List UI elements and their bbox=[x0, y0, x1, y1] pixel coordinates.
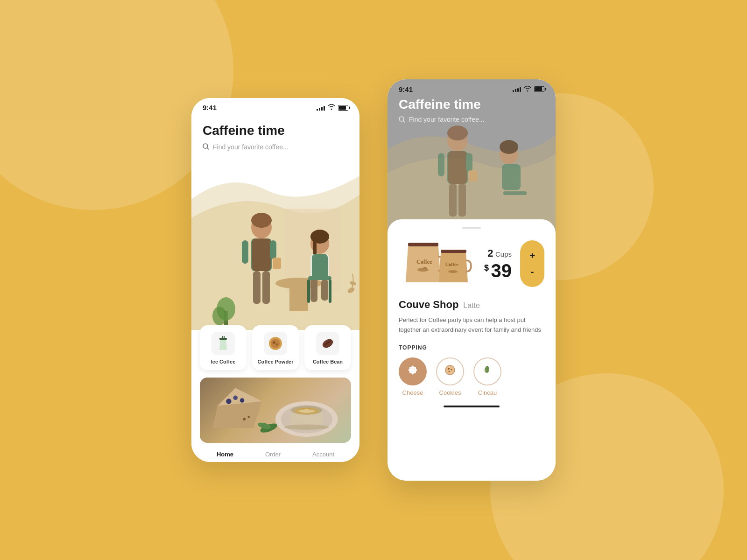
svg-rect-22 bbox=[307, 280, 310, 303]
featured-image-inner bbox=[200, 378, 351, 443]
topping-cincau[interactable]: Cincau bbox=[473, 357, 501, 396]
search-bar[interactable]: Find your favorite coffee... bbox=[203, 143, 348, 151]
svg-point-36 bbox=[276, 343, 278, 345]
status-time: 9:41 bbox=[203, 104, 217, 112]
svg-point-75 bbox=[448, 368, 450, 370]
svg-rect-12 bbox=[270, 240, 276, 259]
topping-cheese-circle[interactable] bbox=[399, 357, 427, 385]
svg-point-34 bbox=[271, 339, 280, 348]
app-title: Caffeine time bbox=[203, 123, 348, 139]
svg-rect-65 bbox=[502, 164, 521, 190]
bottom-nav: Home Order Account bbox=[191, 443, 359, 462]
status-time-2: 9:41 bbox=[399, 85, 413, 93]
hero-section: Caffeine time Find your favorite coffee.… bbox=[191, 115, 359, 330]
coffee-powder-label: Coffee Powder bbox=[257, 359, 293, 364]
phone-detail: 9:41 bbox=[388, 79, 556, 481]
quantity-control[interactable]: + - bbox=[520, 240, 544, 287]
topping-cincau-circle[interactable] bbox=[473, 357, 501, 385]
phone2-illustration bbox=[388, 107, 556, 238]
quantity-plus-button[interactable]: + bbox=[529, 251, 535, 260]
svg-point-44 bbox=[284, 424, 329, 429]
svg-rect-70 bbox=[441, 250, 466, 253]
svg-rect-67 bbox=[408, 243, 438, 246]
sheet-handle bbox=[462, 227, 481, 229]
svg-rect-4 bbox=[289, 283, 308, 311]
svg-point-46 bbox=[233, 396, 238, 400]
svg-point-35 bbox=[273, 341, 275, 344]
svg-line-1 bbox=[207, 148, 209, 149]
svg-rect-11 bbox=[242, 240, 248, 264]
cups-label: Cups bbox=[495, 250, 512, 258]
product-type: Latte bbox=[463, 301, 480, 310]
svg-rect-10 bbox=[262, 271, 270, 304]
product-price: 39 bbox=[491, 260, 512, 281]
svg-rect-9 bbox=[253, 271, 261, 304]
svg-point-6 bbox=[251, 213, 272, 228]
topping-cookies[interactable]: Cookies bbox=[436, 357, 464, 396]
search-icon-2 bbox=[399, 116, 405, 123]
phones-container: 9:41 bbox=[191, 79, 556, 481]
coffee-powder-icon bbox=[264, 332, 287, 355]
status-bar: 9:41 bbox=[191, 98, 359, 115]
quantity-minus-button[interactable]: - bbox=[531, 267, 534, 276]
svg-line-53 bbox=[403, 121, 405, 122]
status-bar-2: 9:41 bbox=[388, 79, 556, 97]
category-coffee-bean[interactable]: Coffee Bean bbox=[304, 325, 351, 370]
shop-name: Couve Shop bbox=[399, 299, 458, 311]
topping-cheese[interactable]: Cheese bbox=[399, 357, 427, 396]
svg-rect-60 bbox=[438, 153, 444, 176]
search-placeholder-2: Find your favorite coffee... bbox=[409, 116, 485, 123]
topping-cookies-circle[interactable] bbox=[436, 357, 464, 385]
ice-coffee-label: Ice Coffee bbox=[211, 359, 236, 364]
cheese-icon bbox=[406, 364, 419, 379]
wifi-icon bbox=[328, 104, 335, 111]
topping-cheese-label: Cheese bbox=[402, 389, 423, 396]
svg-rect-30 bbox=[219, 338, 227, 340]
signal-icon-2 bbox=[513, 86, 521, 92]
signal-icon bbox=[317, 105, 325, 111]
nav-home-label: Home bbox=[217, 451, 233, 458]
svg-rect-23 bbox=[329, 280, 331, 303]
hero-text: Caffeine time Find your favorite coffee.… bbox=[191, 115, 359, 151]
svg-point-27 bbox=[347, 287, 356, 294]
coffee-bean-icon bbox=[316, 332, 339, 355]
nav-order[interactable]: Order bbox=[258, 451, 288, 458]
shop-name-row: Couve Shop Latte bbox=[399, 299, 544, 311]
topping-cincau-label: Cincau bbox=[478, 389, 497, 396]
svg-text:Coffee: Coffee bbox=[445, 262, 458, 267]
svg-point-51 bbox=[247, 416, 250, 418]
svg-text:Coffee: Coffee bbox=[416, 259, 432, 265]
search-placeholder: Find your favorite coffee... bbox=[213, 143, 289, 151]
svg-point-26 bbox=[212, 307, 226, 325]
svg-rect-57 bbox=[448, 151, 467, 184]
coffee-cups: Coffee Coffee bbox=[399, 238, 473, 289]
svg-rect-62 bbox=[469, 170, 477, 182]
svg-rect-58 bbox=[449, 184, 457, 217]
nav-account[interactable]: Account bbox=[305, 451, 342, 458]
phone2-search[interactable]: Find your favorite coffee... bbox=[399, 116, 544, 123]
phone2-title: Caffeine time bbox=[399, 97, 544, 112]
nav-home[interactable]: Home bbox=[209, 451, 241, 458]
svg-rect-59 bbox=[458, 184, 466, 217]
bottom-indicator bbox=[444, 406, 500, 407]
svg-rect-21 bbox=[308, 276, 331, 280]
featured-image bbox=[200, 378, 351, 443]
svg-rect-19 bbox=[310, 279, 317, 302]
phone-home: 9:41 bbox=[191, 98, 359, 462]
topping-title: TOPPING bbox=[399, 344, 544, 351]
nav-order-label: Order bbox=[265, 451, 281, 458]
price-symbol: $ bbox=[484, 261, 489, 273]
toppings-row: Cheese bbox=[399, 357, 544, 396]
svg-point-47 bbox=[240, 398, 245, 403]
categories: Ice Coffee Coffee Powder bbox=[191, 325, 359, 370]
cups-count: 2 bbox=[487, 247, 493, 259]
status-icons-2 bbox=[513, 85, 544, 93]
topping-cookies-label: Cookies bbox=[439, 389, 461, 396]
svg-point-64 bbox=[500, 140, 518, 154]
topping-section: TOPPING Ch bbox=[399, 344, 544, 396]
svg-point-50 bbox=[243, 418, 246, 420]
svg-rect-8 bbox=[252, 238, 271, 271]
status-icons bbox=[317, 104, 348, 111]
category-ice-coffee[interactable]: Ice Coffee bbox=[200, 325, 247, 370]
category-coffee-powder[interactable]: Coffee Powder bbox=[252, 325, 299, 370]
